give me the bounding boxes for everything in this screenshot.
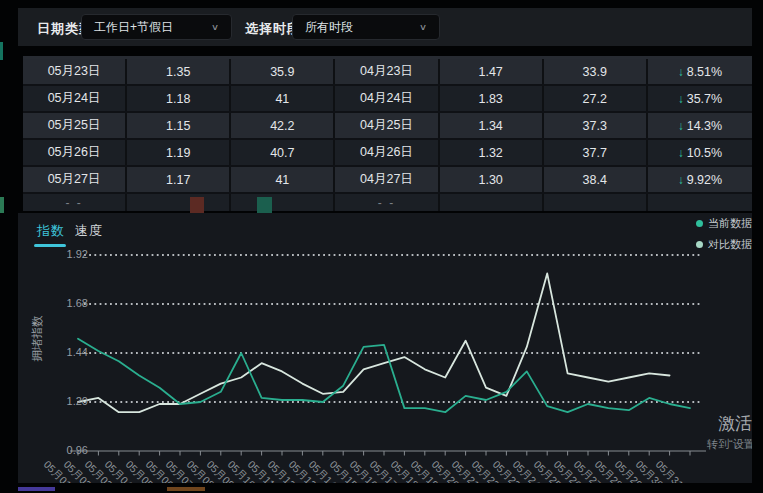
table-cell: ↓14.3%	[648, 113, 752, 138]
table-cell	[648, 194, 752, 211]
table-cell: 27.2	[544, 86, 648, 111]
line-chart-svg	[18, 248, 752, 483]
series-line-对比数据	[78, 273, 670, 412]
change-percent: 9.92%	[687, 173, 722, 187]
table-row[interactable]: 05月24日1.184104月24日1.8327.2↓35.7%	[23, 86, 752, 113]
table-cell	[544, 194, 648, 211]
table-cell: ↓10.5%	[648, 140, 752, 165]
bottom-edge-brown-fragment	[167, 487, 205, 491]
table-cell: 05月27日	[23, 167, 127, 192]
comparison-table: 05月23日1.3535.904月23日1.4733.9↓8.51%05月24日…	[23, 59, 752, 211]
y-axis-tick-label: 1.44	[48, 346, 88, 358]
bottom-edge-indigo-fragment	[18, 487, 55, 491]
table-cell: 37.7	[544, 140, 648, 165]
down-arrow-icon: ↓	[678, 65, 684, 79]
chevron-down-icon: ∨	[419, 22, 427, 32]
activate-windows-subtext: 转到“设置	[707, 437, 752, 452]
table-cell: 1.47	[440, 59, 544, 84]
table-cell	[440, 194, 544, 211]
table-cell: 40.7	[231, 140, 335, 165]
legend-label: 对比数据	[708, 237, 752, 252]
chart-panel: 指数 速度 拥堵指数 激活 W 转到“设置 1.921.681.441.200.…	[18, 213, 752, 483]
table-cell: ↓35.7%	[648, 86, 752, 111]
table-cell: 35.9	[231, 59, 335, 84]
table-cell: - -	[335, 194, 439, 211]
y-axis-tick-label: 1.92	[48, 248, 88, 260]
table-cell: 1.19	[127, 140, 231, 165]
down-arrow-icon: ↓	[678, 146, 684, 160]
active-tab-underline	[34, 244, 66, 247]
table-cell: 1.83	[440, 86, 544, 111]
table-cell: 1.34	[440, 113, 544, 138]
y-axis-tick-label: 1.20	[48, 395, 88, 407]
legend-dot-icon	[696, 220, 703, 227]
chevron-down-icon: ∨	[211, 22, 219, 32]
period-select[interactable]: 所有时段 ∨	[292, 14, 440, 40]
table-cell: 42.2	[231, 113, 335, 138]
legend-item[interactable]: 当前数据	[696, 216, 752, 231]
change-percent: 10.5%	[687, 146, 722, 160]
date-type-select[interactable]: 工作日+节假日 ∨	[81, 14, 232, 40]
table-cell: 05月24日	[23, 86, 127, 111]
table-cell: ↓9.92%	[648, 167, 752, 192]
down-arrow-icon: ↓	[678, 92, 684, 106]
tab-index[interactable]: 指数	[37, 222, 65, 240]
table-cell: 1.18	[127, 86, 231, 111]
table-cell: 04月23日	[335, 59, 439, 84]
table-cell: 04月27日	[335, 167, 439, 192]
date-type-value: 工作日+节假日	[94, 19, 173, 36]
left-edge-teal-fragment	[0, 42, 3, 60]
table-cell: 1.35	[127, 59, 231, 84]
y-axis-tick-label: 1.68	[48, 297, 88, 309]
table-cell: 1.30	[440, 167, 544, 192]
y-axis-tick-label: 0.96	[48, 444, 88, 456]
change-percent: 8.51%	[687, 65, 722, 79]
activate-windows-watermark: 激活 W	[718, 412, 752, 435]
table-cell: 41	[231, 86, 335, 111]
table-cell	[127, 194, 231, 211]
table-cell: 38.4	[544, 167, 648, 192]
table-cell: 1.15	[127, 113, 231, 138]
left-edge-green-fragment	[0, 197, 4, 213]
table-row[interactable]: 05月23日1.3535.904月23日1.4733.9↓8.51%	[23, 59, 752, 86]
legend-label: 当前数据	[708, 216, 752, 231]
table-cell: 04月25日	[335, 113, 439, 138]
series-line-当前数据	[78, 339, 690, 413]
table-cell: 1.17	[127, 167, 231, 192]
filter-toolbar: 日期类型 工作日+节假日 ∨ 选择时段 所有时段 ∨	[18, 8, 752, 46]
table-row[interactable]: 05月25日1.1542.204月25日1.3437.3↓14.3%	[23, 113, 752, 140]
tab-speed[interactable]: 速度	[75, 222, 103, 240]
change-percent: 14.3%	[687, 119, 722, 133]
table-row-partial: - -- -	[23, 194, 752, 211]
table-cell: 37.3	[544, 113, 648, 138]
down-arrow-icon: ↓	[678, 119, 684, 133]
change-percent: 35.7%	[687, 92, 722, 106]
table-cell: 05月26日	[23, 140, 127, 165]
period-value: 所有时段	[305, 19, 353, 36]
table-cell	[231, 194, 335, 211]
table-cell: ↓8.51%	[648, 59, 752, 84]
table-cell: - -	[23, 194, 127, 211]
table-cell: 04月24日	[335, 86, 439, 111]
table-row[interactable]: 05月26日1.1940.704月26日1.3237.7↓10.5%	[23, 140, 752, 167]
table-cell: 41	[231, 167, 335, 192]
legend-dot-icon	[696, 241, 703, 248]
legend-item[interactable]: 对比数据	[696, 237, 752, 252]
table-cell: 05月25日	[23, 113, 127, 138]
table-cell: 33.9	[544, 59, 648, 84]
table-cell: 04月26日	[335, 140, 439, 165]
table-row[interactable]: 05月27日1.174104月27日1.3038.4↓9.92%	[23, 167, 752, 194]
table-cell: 1.32	[440, 140, 544, 165]
down-arrow-icon: ↓	[678, 173, 684, 187]
table-cell: 05月23日	[23, 59, 127, 84]
